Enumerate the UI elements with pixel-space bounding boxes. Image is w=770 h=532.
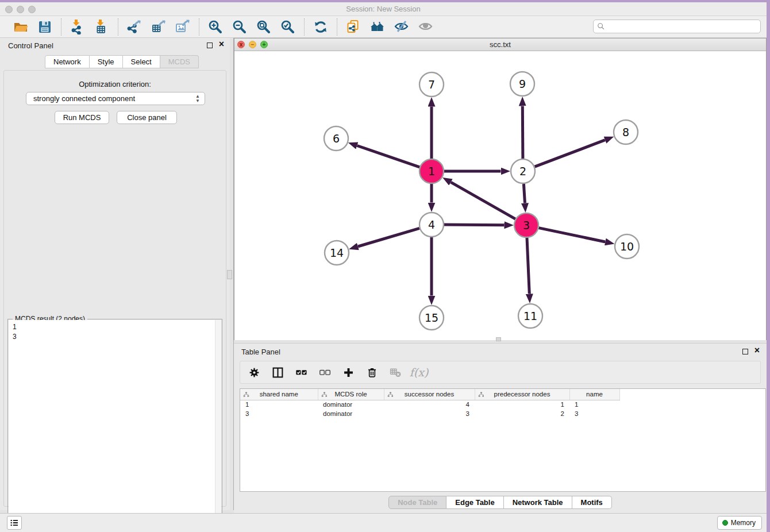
trash-button[interactable] (365, 365, 379, 379)
table-row[interactable]: 1dominator411 (240, 400, 619, 409)
close-panel-button[interactable]: Close panel (117, 111, 177, 124)
column-header-predecessor-nodes[interactable]: predecessor nodes (475, 389, 569, 400)
select-all-button[interactable] (294, 365, 308, 379)
trash-icon (366, 367, 378, 379)
graph-node-8[interactable]: 8 (614, 120, 638, 144)
graph-node-15[interactable]: 15 (419, 306, 444, 330)
import-network-button[interactable] (70, 19, 86, 35)
task-history-button[interactable] (7, 516, 22, 530)
node-table[interactable]: shared nameMCDS rolesuccessor nodesprede… (240, 389, 620, 418)
zoom-out-button[interactable] (232, 19, 248, 35)
zoom-fit-button[interactable] (256, 19, 272, 35)
save-button[interactable] (37, 19, 53, 35)
vertical-splitter[interactable] (230, 38, 234, 510)
graph-node-1[interactable]: 1 (419, 159, 444, 183)
mcds-result-group: MCDS result (2 nodes) 1 3 (7, 319, 222, 532)
deselect-all-button[interactable] (318, 365, 332, 379)
graph-node-14[interactable]: 14 (325, 241, 349, 265)
refresh-button[interactable] (313, 19, 329, 35)
export-image-button[interactable] (175, 19, 191, 35)
graph-node-11[interactable]: 11 (518, 304, 542, 328)
run-mcds-button[interactable]: Run MCDS (55, 111, 109, 124)
splitter-handle[interactable] (227, 270, 232, 279)
export-network-button[interactable] (126, 19, 143, 35)
tab-edge-table[interactable]: Edge Table (446, 496, 503, 509)
hide-selected-button[interactable] (394, 19, 410, 35)
table-row[interactable]: 3dominator323 (240, 409, 619, 418)
home-icon (370, 20, 385, 34)
column-header-successor-nodes[interactable]: successor nodes (384, 389, 475, 400)
open-folder-icon (13, 20, 28, 34)
zoom-in-button[interactable] (207, 19, 224, 35)
graph-node-3[interactable]: 3 (514, 213, 538, 237)
delete-table-button (388, 365, 402, 379)
edge-2-3[interactable] (523, 184, 525, 203)
deselect-all-icon (319, 367, 331, 379)
open-folder-button[interactable] (13, 19, 29, 35)
edge-3-1[interactable] (451, 182, 515, 219)
result-scrollbar[interactable] (215, 320, 221, 532)
table-panel-tabs: Node TableEdge TableNetwork TableMotifs (234, 496, 767, 509)
import-table-icon (94, 20, 109, 34)
graph-node-6[interactable]: 6 (324, 126, 348, 151)
memory-button[interactable]: Memory (717, 516, 762, 530)
edge-3-11[interactable] (527, 238, 529, 294)
window-title: Session: New Session (0, 5, 767, 13)
graph-node-9[interactable]: 9 (510, 72, 534, 96)
tab-network[interactable]: Network (45, 55, 90, 68)
search-input[interactable] (607, 22, 760, 30)
tab-mcds[interactable]: MCDS (160, 55, 199, 68)
edge-4-14[interactable] (358, 228, 419, 246)
edge-3-10[interactable] (539, 228, 606, 242)
column-header-MCDS-role[interactable]: MCDS role (318, 389, 384, 400)
show-all-button[interactable] (418, 19, 434, 35)
float-panel-icon[interactable] (207, 43, 213, 48)
tab-node-table[interactable]: Node Table (388, 496, 446, 509)
graph-node-7[interactable]: 7 (419, 72, 444, 97)
graph-node-10[interactable]: 10 (615, 234, 639, 259)
add-button[interactable] (341, 365, 355, 379)
column-header-shared-name[interactable]: shared name (240, 389, 318, 400)
search-icon (597, 22, 605, 30)
tab-motifs[interactable]: Motifs (572, 496, 612, 509)
search-field[interactable] (593, 20, 761, 33)
network-graph[interactable]: 7968124314101511 (234, 51, 766, 340)
columns-icon (272, 367, 284, 379)
columns-button[interactable] (271, 365, 284, 379)
tab-network-table[interactable]: Network Table (504, 496, 572, 509)
column-header-name[interactable]: name (569, 389, 619, 400)
column-type-icon (387, 391, 394, 398)
clone-network-button[interactable] (345, 19, 361, 35)
import-table-button[interactable] (94, 19, 110, 35)
tab-style[interactable]: Style (90, 55, 123, 68)
tab-select[interactable]: Select (123, 55, 160, 68)
edge-2-9[interactable] (522, 106, 523, 159)
graph-node-2[interactable]: 2 (511, 159, 535, 183)
svg-text:15: 15 (425, 311, 438, 324)
graph-node-4[interactable]: 4 (419, 213, 444, 237)
list-icon (9, 518, 20, 528)
horizontal-splitter-handle[interactable] (496, 337, 501, 341)
svg-text:9: 9 (519, 78, 526, 90)
network-canvas[interactable]: 7968124314101511 (234, 51, 766, 340)
svg-text:1: 1 (428, 165, 435, 178)
zoom-selected-button[interactable] (280, 19, 296, 35)
export-table-button[interactable] (151, 19, 167, 35)
network-window-titlebar[interactable]: x − + scc.txt (234, 38, 766, 51)
close-table-panel-icon[interactable]: × (754, 345, 760, 356)
zoom-in-icon (208, 20, 223, 34)
close-panel-icon[interactable]: × (219, 39, 224, 49)
edge-1-6[interactable] (357, 146, 419, 167)
mcds-result-text[interactable]: 1 3 (9, 320, 221, 532)
column-type-icon (478, 391, 484, 398)
memory-status-icon (722, 520, 728, 526)
float-table-panel-icon[interactable] (742, 349, 748, 354)
control-panel: Control Panel × NetworkStyleSelectMCDS O… (0, 38, 230, 510)
gear-button[interactable] (247, 365, 261, 379)
edge-2-8[interactable] (535, 140, 605, 167)
criterion-dropdown[interactable]: strongly connected component ▲▼ (26, 92, 205, 105)
home-button[interactable] (369, 19, 386, 35)
control-panel-title: Control Panel (8, 41, 53, 50)
edge-4-3[interactable] (444, 225, 505, 225)
save-icon (37, 20, 52, 34)
